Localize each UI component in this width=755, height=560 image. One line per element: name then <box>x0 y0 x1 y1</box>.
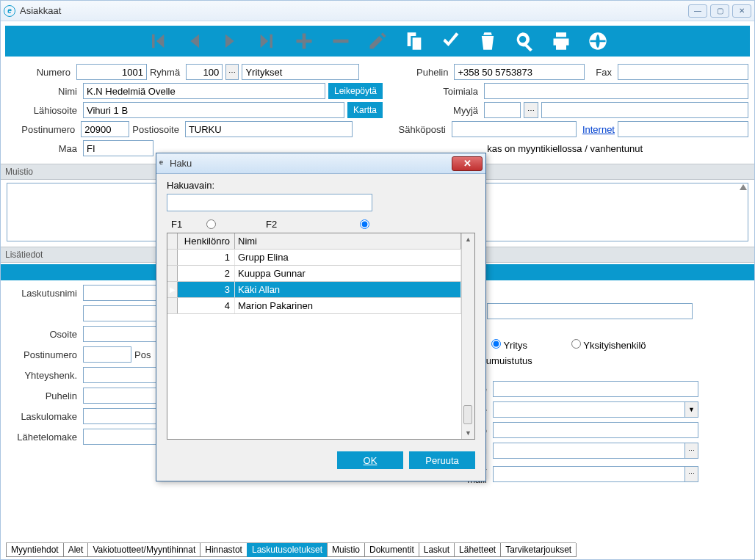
table-row[interactable]: 1Grupp Elina <box>167 250 461 266</box>
nimi-input[interactable] <box>83 83 325 99</box>
internet-link[interactable]: Internet <box>582 124 615 135</box>
lahetelomake-label: Lähetelomake <box>7 432 80 443</box>
trash-icon[interactable] <box>477 31 498 51</box>
tab-vakiotuotteet-myyntihinnat[interactable]: Vakiotuotteet/Myyntihinnat <box>87 543 201 557</box>
postinumero-label: Postinumero <box>7 124 78 135</box>
postiosoite-input[interactable] <box>185 121 353 137</box>
minimize-button[interactable]: — <box>688 4 707 18</box>
window-title: Asiakkaat <box>20 5 688 16</box>
remove-icon[interactable] <box>330 31 351 51</box>
left-postios-label: Pos <box>134 349 153 360</box>
tuosoite-input[interactable] <box>487 303 693 319</box>
laskulomake-input[interactable] <box>83 408 156 424</box>
globe-icon[interactable] <box>588 31 608 51</box>
tab-alet[interactable]: Alet <box>63 543 89 557</box>
nosoite-input[interactable] <box>493 401 685 418</box>
table-row[interactable]: 4Marion Pakarinen <box>167 298 461 314</box>
tab-hinnastot[interactable]: Hinnastot <box>200 543 248 557</box>
tab-dokumentit[interactable]: Dokumentit <box>364 543 419 557</box>
col-nimi[interactable]: Nimi <box>235 233 461 249</box>
yritys-radio[interactable] <box>491 339 501 349</box>
soapmalli-lookup-button[interactable]: ⋯ <box>685 466 698 482</box>
yksityis-radio-label[interactable]: Yksityishenkilö <box>571 339 646 351</box>
tab-l-hetteet[interactable]: Lähetteet <box>454 543 501 557</box>
col-henkilonro[interactable]: Henkilönro <box>178 233 235 249</box>
cemalli-input[interactable] <box>493 443 685 459</box>
laskutusnimi2-input[interactable] <box>83 305 156 321</box>
ryhma-text-input[interactable] <box>242 64 359 80</box>
tab-laskut[interactable]: Laskut <box>419 543 455 557</box>
hakuasain-label: Hakuavain: <box>167 180 475 191</box>
yksityis-radio[interactable] <box>571 339 581 349</box>
cancel-button[interactable]: Peruuta <box>409 451 475 469</box>
tab-tarviketarjoukset[interactable]: Tarviketarjoukset <box>500 543 577 557</box>
search-icon[interactable] <box>514 31 535 51</box>
nosoite-dropdown-button[interactable]: ▼ <box>685 401 698 418</box>
yritys-radio-label[interactable]: Yritys <box>491 339 527 351</box>
hakuasain-input[interactable] <box>167 194 372 211</box>
table-row[interactable]: ▶3Käki Allan <box>167 282 461 298</box>
f2-radio[interactable] <box>360 219 369 229</box>
results-grid[interactable]: HenkilönroNimi1Grupp Elina2Kuuppa Gunnar… <box>167 233 475 440</box>
cemalli-lookup-button[interactable]: ⋯ <box>685 443 698 459</box>
tab-muistio[interactable]: Muistio <box>327 543 365 557</box>
scroll-up-icon[interactable]: ▲ <box>465 236 472 243</box>
print-icon[interactable] <box>551 31 571 51</box>
maa-input[interactable] <box>83 140 153 156</box>
maa-label: Maa <box>7 143 80 154</box>
osoite-input[interactable] <box>83 326 156 342</box>
scroll-down-icon[interactable]: ▼ <box>465 429 472 437</box>
next-icon[interactable] <box>220 31 241 51</box>
first-icon[interactable] <box>147 31 167 51</box>
scroll-thumb[interactable] <box>463 405 472 424</box>
scroll-up-icon[interactable] <box>740 184 747 190</box>
toimiala-input[interactable] <box>484 83 748 99</box>
myyja-lookup-button[interactable]: ⋯ <box>524 102 538 118</box>
internet-input[interactable] <box>618 121 748 137</box>
yhteyshenk-input[interactable] <box>83 367 156 383</box>
soapmalli-input[interactable] <box>493 466 685 482</box>
modal-close-button[interactable]: ✕ <box>452 156 483 171</box>
last-icon[interactable] <box>257 31 278 51</box>
sahkoposti-label: Sähköposti <box>378 124 449 135</box>
numero-input[interactable] <box>76 64 147 80</box>
left-postinumero-input[interactable] <box>83 346 131 363</box>
toolbar <box>2 21 753 59</box>
maximize-button[interactable]: ▢ <box>710 4 729 18</box>
add-icon[interactable] <box>294 31 314 51</box>
edit-icon[interactable] <box>367 31 388 51</box>
tab-myyntiehdot[interactable]: Myyntiehdot <box>6 543 64 557</box>
table-row[interactable]: 2Kuuppa Gunnar <box>167 266 461 282</box>
bottom-tabs: MyyntiehdotAletVakiotuotteet/Myyntihinna… <box>6 542 576 557</box>
myyja-input[interactable] <box>484 102 521 118</box>
f1-radio[interactable] <box>206 219 216 229</box>
fax-input[interactable] <box>618 64 748 80</box>
lahiosoite-label: Lähiosoite <box>7 105 80 116</box>
ryhma-lookup-button[interactable]: ⋯ <box>225 64 239 80</box>
modal-titlebar: e Haku ✕ <box>156 153 485 174</box>
prev-icon[interactable] <box>184 31 204 51</box>
puhelin-input[interactable] <box>454 64 585 80</box>
ryhma-input[interactable] <box>186 64 223 80</box>
numero-label: Numero <box>7 67 73 78</box>
leikepoyta-button[interactable]: Leikepöytä <box>328 83 383 99</box>
myyja-text-input[interactable] <box>541 102 748 118</box>
left-puhelin-input[interactable] <box>83 388 156 404</box>
nosasto-input[interactable] <box>493 422 698 438</box>
lahiosoite-input[interactable] <box>83 102 344 118</box>
eosoite-input[interactable] <box>493 381 698 397</box>
ok-button[interactable]: OK <box>337 451 403 469</box>
lahetelomake-input[interactable] <box>83 429 156 445</box>
tab-laskutusoletukset[interactable]: Laskutusoletukset <box>247 543 328 557</box>
left-puhelin-label: Puhelin <box>7 390 80 401</box>
copy-icon[interactable] <box>404 31 425 51</box>
close-button[interactable]: ✕ <box>732 4 751 18</box>
kartta-button[interactable]: Kartta <box>347 102 383 118</box>
laskutusnimi-input[interactable] <box>83 285 156 301</box>
sahkoposti-input[interactable] <box>452 121 577 137</box>
confirm-icon[interactable] <box>441 31 461 51</box>
osoite-label: Osoite <box>7 329 80 340</box>
postinumero-input[interactable] <box>81 121 129 137</box>
grid-scrollbar[interactable]: ▲ ▼ <box>461 233 474 439</box>
fax-label: Fax <box>588 67 615 78</box>
